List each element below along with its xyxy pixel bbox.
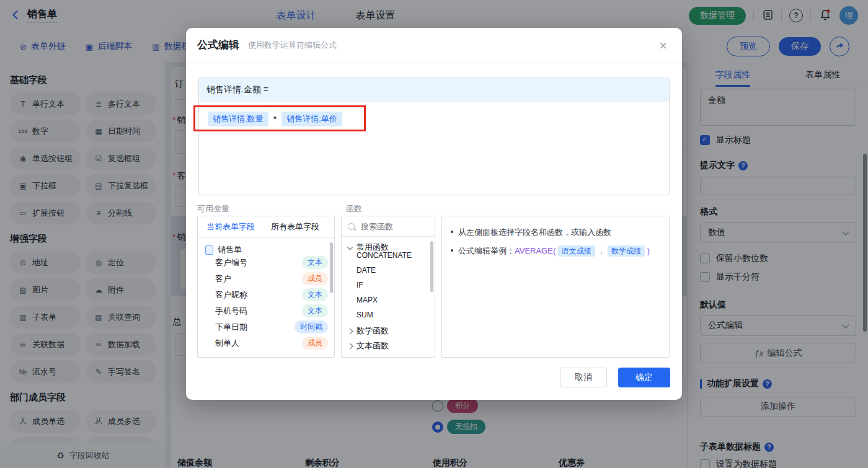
- variables-panel: 当前表单字段 所有表单字段 销售单 客户编号文本 客户成员 客户昵称文本 手机号…: [197, 216, 335, 358]
- confirm-button[interactable]: 确定: [618, 368, 670, 387]
- tip-line-1: 从左侧面板选择字段名和函数，或输入函数: [451, 226, 660, 239]
- function-search-input[interactable]: [360, 221, 424, 232]
- variables-label: 可用变量: [197, 203, 229, 214]
- formula-editor[interactable]: 销售详情.金额 = 销售详情.数量 * 销售详情.单价: [198, 77, 670, 195]
- variable-row[interactable]: 客户编号文本: [215, 256, 328, 269]
- function-search-row: [342, 216, 435, 237]
- type-badge: 成员: [302, 337, 328, 350]
- type-badge: 文本: [302, 256, 328, 269]
- function-name-example: AVERAGE(: [515, 246, 556, 255]
- function-item-sum[interactable]: SUM: [356, 311, 373, 319]
- function-item-mapx[interactable]: MAPX: [356, 296, 378, 304]
- functions-label: 函数: [346, 203, 362, 214]
- bullet-icon: [451, 231, 453, 233]
- type-badge: 时间戳: [294, 320, 328, 333]
- tab-current-form-fields[interactable]: 当前表单字段: [206, 221, 255, 232]
- tips-panel: 从左侧面板选择字段名和函数，或输入函数 公式编辑举例：AVERAGE( 语文成绩…: [441, 216, 670, 358]
- document-icon: [205, 245, 213, 255]
- tab-all-form-fields[interactable]: 所有表单字段: [271, 221, 319, 232]
- variables-scrollbar[interactable]: [330, 242, 333, 293]
- modal-header: 公式编辑 使用数学运算符编辑公式: [197, 38, 337, 52]
- variable-row[interactable]: 手机号码文本: [215, 304, 328, 317]
- modal-title: 公式编辑: [197, 38, 239, 52]
- root-form-name: 销售单: [218, 244, 242, 255]
- variables-root-row[interactable]: 销售单: [205, 244, 334, 255]
- function-group-text[interactable]: 文本函数: [348, 340, 389, 351]
- variables-tabs: 当前表单字段 所有表单字段: [198, 216, 334, 238]
- variable-row[interactable]: 客户昵称文本: [215, 288, 328, 301]
- search-icon: [348, 223, 355, 230]
- variable-row[interactable]: 制单人成员: [215, 337, 328, 350]
- group-label: 文本函数: [356, 340, 389, 351]
- caret-right-icon: [347, 343, 353, 349]
- tip-text: 从左侧面板选择字段名和函数，或输入函数: [458, 226, 611, 239]
- modal-header-divider: [186, 63, 682, 63]
- caret-down-icon: [347, 244, 353, 250]
- function-item-date[interactable]: DATE: [356, 266, 376, 275]
- function-group-math[interactable]: 数学函数: [348, 325, 389, 337]
- type-badge: 文本: [302, 304, 328, 317]
- formula-target: 销售详情.金额 =: [206, 84, 268, 95]
- formula-target-row: 销售详情.金额 =: [199, 78, 669, 102]
- type-badge: 成员: [302, 272, 328, 285]
- group-label: 数学函数: [356, 325, 389, 337]
- tip-line-2: 公式编辑举例：AVERAGE( 语文成绩 ， 数学成绩 ): [451, 245, 660, 257]
- caret-right-icon: [347, 328, 353, 334]
- formula-editor-modal: 公式编辑 使用数学运算符编辑公式 × 销售详情.金额 = 销售详情.数量 * 销…: [186, 28, 682, 400]
- modal-subtitle: 使用数学运算符编辑公式: [248, 40, 337, 51]
- tip-example: 公式编辑举例：AVERAGE( 语文成绩 ， 数学成绩 ): [458, 245, 650, 257]
- functions-scrollbar[interactable]: [430, 241, 433, 292]
- type-badge: 文本: [302, 288, 328, 301]
- variable-row[interactable]: 下单日期时间戳: [215, 320, 328, 333]
- cancel-button[interactable]: 取消: [560, 368, 607, 387]
- example-arg-chip: 数学成绩: [608, 245, 645, 257]
- variable-row[interactable]: 客户成员: [215, 272, 328, 285]
- functions-panel: 常用函数 CONCATENATE DATE IF MAPX SUM 数学函数 文…: [341, 216, 435, 358]
- close-icon[interactable]: ×: [659, 39, 667, 53]
- function-item-if[interactable]: IF: [356, 281, 363, 289]
- example-arg-chip: 语文成绩: [558, 245, 595, 257]
- function-item-concatenate[interactable]: CONCATENATE: [356, 251, 412, 260]
- bullet-icon: [451, 249, 453, 252]
- annotation-red-box: [193, 105, 366, 131]
